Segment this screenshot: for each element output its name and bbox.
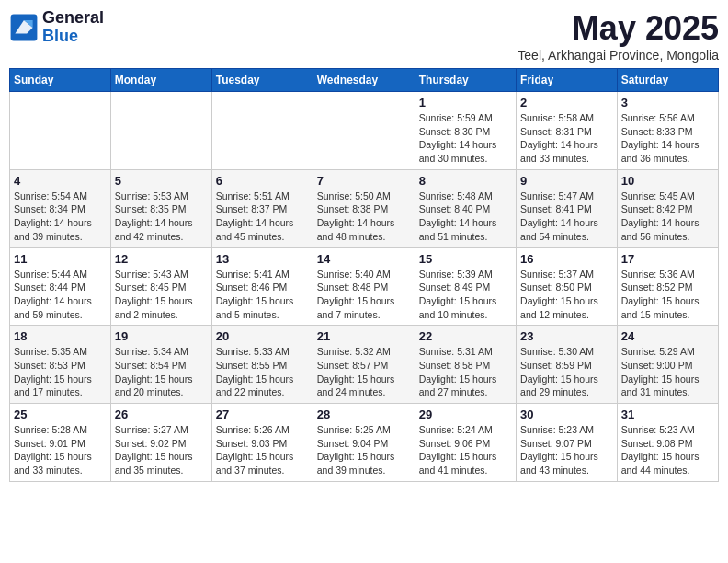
calendar-cell — [211, 92, 313, 170]
day-number: 5 — [115, 174, 208, 188]
calendar-cell — [10, 92, 111, 170]
day-number: 14 — [317, 252, 411, 266]
day-info: Sunrise: 5:43 AM Sunset: 8:45 PM Dayligh… — [115, 268, 208, 322]
weekday-header-row: SundayMondayTuesdayWednesdayThursdayFrid… — [10, 69, 719, 92]
day-info: Sunrise: 5:53 AM Sunset: 8:35 PM Dayligh… — [115, 190, 208, 244]
page-header: General Blue May 2025 Teel, Arkhangai Pr… — [9, 9, 719, 63]
day-number: 22 — [419, 329, 512, 343]
logo: General Blue — [9, 9, 104, 46]
calendar-cell: 11Sunrise: 5:44 AM Sunset: 8:44 PM Dayli… — [10, 247, 111, 326]
day-info: Sunrise: 5:54 AM Sunset: 8:34 PM Dayligh… — [14, 190, 107, 244]
calendar-cell — [313, 92, 415, 170]
day-info: Sunrise: 5:28 AM Sunset: 9:01 PM Dayligh… — [14, 423, 107, 477]
logo-general: General — [42, 9, 104, 28]
day-info: Sunrise: 5:30 AM Sunset: 8:59 PM Dayligh… — [520, 345, 613, 399]
calendar-cell: 24Sunrise: 5:29 AM Sunset: 9:00 PM Dayli… — [617, 326, 718, 404]
day-info: Sunrise: 5:25 AM Sunset: 9:04 PM Dayligh… — [317, 423, 411, 477]
day-number: 28 — [317, 408, 411, 421]
calendar-week-row: 25Sunrise: 5:28 AM Sunset: 9:01 PM Dayli… — [10, 404, 719, 482]
day-number: 10 — [621, 174, 714, 188]
calendar-cell — [110, 92, 211, 170]
calendar-cell: 22Sunrise: 5:31 AM Sunset: 8:58 PM Dayli… — [415, 326, 516, 404]
calendar-cell: 19Sunrise: 5:34 AM Sunset: 8:54 PM Dayli… — [110, 326, 211, 404]
day-number: 17 — [621, 252, 714, 266]
day-number: 23 — [520, 329, 613, 343]
calendar-cell: 7Sunrise: 5:50 AM Sunset: 8:38 PM Daylig… — [313, 169, 415, 247]
day-number: 31 — [621, 408, 714, 421]
day-info: Sunrise: 5:45 AM Sunset: 8:42 PM Dayligh… — [621, 190, 714, 244]
day-info: Sunrise: 5:39 AM Sunset: 8:49 PM Dayligh… — [419, 268, 512, 322]
day-info: Sunrise: 5:50 AM Sunset: 8:38 PM Dayligh… — [317, 190, 411, 244]
calendar-cell: 31Sunrise: 5:23 AM Sunset: 9:08 PM Dayli… — [617, 404, 718, 482]
day-number: 30 — [520, 408, 613, 421]
day-number: 29 — [419, 408, 512, 421]
weekday-header: Thursday — [415, 69, 516, 92]
day-info: Sunrise: 5:58 AM Sunset: 8:31 PM Dayligh… — [520, 111, 613, 166]
day-number: 4 — [14, 174, 107, 188]
day-number: 25 — [14, 408, 107, 421]
calendar-cell: 8Sunrise: 5:48 AM Sunset: 8:40 PM Daylig… — [415, 169, 516, 247]
day-info: Sunrise: 5:56 AM Sunset: 8:33 PM Dayligh… — [621, 111, 714, 166]
day-number: 1 — [419, 96, 512, 109]
day-info: Sunrise: 5:47 AM Sunset: 8:41 PM Dayligh… — [520, 190, 613, 244]
day-number: 3 — [621, 96, 714, 109]
day-info: Sunrise: 5:41 AM Sunset: 8:46 PM Dayligh… — [216, 268, 309, 322]
day-info: Sunrise: 5:32 AM Sunset: 8:57 PM Dayligh… — [317, 345, 411, 399]
calendar-cell: 14Sunrise: 5:40 AM Sunset: 8:48 PM Dayli… — [313, 247, 415, 326]
day-number: 13 — [216, 252, 309, 266]
calendar-table: SundayMondayTuesdayWednesdayThursdayFrid… — [9, 68, 719, 482]
day-info: Sunrise: 5:35 AM Sunset: 8:53 PM Dayligh… — [14, 345, 107, 399]
logo-icon — [9, 13, 39, 42]
day-info: Sunrise: 5:23 AM Sunset: 9:07 PM Dayligh… — [520, 423, 613, 477]
calendar-cell: 29Sunrise: 5:24 AM Sunset: 9:06 PM Dayli… — [415, 404, 516, 482]
weekday-header: Tuesday — [211, 69, 313, 92]
day-info: Sunrise: 5:44 AM Sunset: 8:44 PM Dayligh… — [14, 268, 107, 322]
day-info: Sunrise: 5:59 AM Sunset: 8:30 PM Dayligh… — [419, 111, 512, 166]
calendar-cell: 5Sunrise: 5:53 AM Sunset: 8:35 PM Daylig… — [110, 169, 211, 247]
calendar-cell: 23Sunrise: 5:30 AM Sunset: 8:59 PM Dayli… — [517, 326, 618, 404]
day-info: Sunrise: 5:27 AM Sunset: 9:02 PM Dayligh… — [115, 423, 208, 477]
day-info: Sunrise: 5:51 AM Sunset: 8:37 PM Dayligh… — [216, 190, 309, 244]
calendar-cell: 3Sunrise: 5:56 AM Sunset: 8:33 PM Daylig… — [617, 92, 718, 170]
day-number: 20 — [216, 329, 309, 343]
day-info: Sunrise: 5:33 AM Sunset: 8:55 PM Dayligh… — [216, 345, 309, 399]
calendar-cell: 25Sunrise: 5:28 AM Sunset: 9:01 PM Dayli… — [10, 404, 111, 482]
day-number: 7 — [317, 174, 411, 188]
day-info: Sunrise: 5:36 AM Sunset: 8:52 PM Dayligh… — [621, 268, 714, 322]
calendar-week-row: 18Sunrise: 5:35 AM Sunset: 8:53 PM Dayli… — [10, 326, 719, 404]
day-number: 2 — [520, 96, 613, 109]
calendar-cell: 28Sunrise: 5:25 AM Sunset: 9:04 PM Dayli… — [313, 404, 415, 482]
calendar-cell: 20Sunrise: 5:33 AM Sunset: 8:55 PM Dayli… — [211, 326, 313, 404]
day-info: Sunrise: 5:24 AM Sunset: 9:06 PM Dayligh… — [419, 423, 512, 477]
day-number: 27 — [216, 408, 309, 421]
weekday-header: Monday — [110, 69, 211, 92]
weekday-header: Friday — [517, 69, 618, 92]
day-info: Sunrise: 5:29 AM Sunset: 9:00 PM Dayligh… — [621, 345, 714, 399]
calendar-cell: 1Sunrise: 5:59 AM Sunset: 8:30 PM Daylig… — [415, 92, 516, 170]
day-info: Sunrise: 5:26 AM Sunset: 9:03 PM Dayligh… — [216, 423, 309, 477]
logo-text: General Blue — [42, 9, 104, 46]
calendar-cell: 27Sunrise: 5:26 AM Sunset: 9:03 PM Dayli… — [211, 404, 313, 482]
weekday-header: Wednesday — [313, 69, 415, 92]
calendar-cell: 12Sunrise: 5:43 AM Sunset: 8:45 PM Dayli… — [110, 247, 211, 326]
day-info: Sunrise: 5:31 AM Sunset: 8:58 PM Dayligh… — [419, 345, 512, 399]
calendar-cell: 13Sunrise: 5:41 AM Sunset: 8:46 PM Dayli… — [211, 247, 313, 326]
day-number: 11 — [14, 252, 107, 266]
calendar-cell: 26Sunrise: 5:27 AM Sunset: 9:02 PM Dayli… — [110, 404, 211, 482]
calendar-cell: 18Sunrise: 5:35 AM Sunset: 8:53 PM Dayli… — [10, 326, 111, 404]
day-info: Sunrise: 5:40 AM Sunset: 8:48 PM Dayligh… — [317, 268, 411, 322]
day-number: 24 — [621, 329, 714, 343]
day-number: 12 — [115, 252, 208, 266]
calendar-cell: 17Sunrise: 5:36 AM Sunset: 8:52 PM Dayli… — [617, 247, 718, 326]
calendar-cell: 9Sunrise: 5:47 AM Sunset: 8:41 PM Daylig… — [517, 169, 618, 247]
day-info: Sunrise: 5:48 AM Sunset: 8:40 PM Dayligh… — [419, 190, 512, 244]
day-number: 21 — [317, 329, 411, 343]
day-number: 9 — [520, 174, 613, 188]
day-info: Sunrise: 5:37 AM Sunset: 8:50 PM Dayligh… — [520, 268, 613, 322]
calendar-cell: 2Sunrise: 5:58 AM Sunset: 8:31 PM Daylig… — [517, 92, 618, 170]
calendar-cell: 30Sunrise: 5:23 AM Sunset: 9:07 PM Dayli… — [517, 404, 618, 482]
day-info: Sunrise: 5:23 AM Sunset: 9:08 PM Dayligh… — [621, 423, 714, 477]
day-number: 8 — [419, 174, 512, 188]
calendar-title: May 2025 — [518, 9, 719, 48]
weekday-header: Sunday — [10, 69, 111, 92]
